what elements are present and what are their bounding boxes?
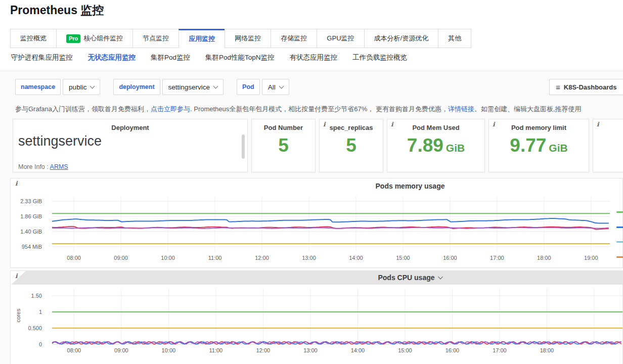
chevron-down-icon (213, 84, 218, 89)
svg-text:11:00: 11:00 (209, 347, 223, 353)
arms-link[interactable]: ARMS (50, 163, 68, 170)
tab-monitor-overview[interactable]: 监控概览 (10, 29, 57, 48)
banner-join-link[interactable]: 点击立即参与 (151, 105, 190, 113)
svg-text:10:00: 10:00 (161, 255, 175, 261)
pod-number-value: 5 (278, 135, 289, 156)
tab-network-monitor[interactable]: 网络监控 (225, 29, 271, 48)
subtab-workload-overview[interactable]: 工作负载监控概览 (352, 53, 407, 62)
deployment-filter-label[interactable]: deployment (113, 79, 160, 95)
pods-cpu-usage-chart[interactable]: 08:0009:0010:0011:0012:0013:0014:0015:00… (11, 271, 622, 364)
subtab-daemonset-app[interactable]: 守护进程集应用监控 (11, 53, 73, 62)
filter-bar: namespace public deployment settingservi… (15, 79, 289, 95)
legend-swatch-orange[interactable] (616, 256, 623, 258)
subtab-cluster-pod[interactable]: 集群Pod监控 (151, 53, 190, 62)
prometheus-dashboard-page: { "page": { "title": "Prometheus 监控" }, … (0, 0, 623, 364)
namespace-select[interactable]: public (63, 79, 100, 95)
info-icon[interactable]: i (323, 121, 326, 128)
pod-mem-used-unit: GiB (446, 142, 465, 154)
svg-text:15:00: 15:00 (396, 255, 410, 261)
info-icon[interactable]: i (597, 121, 599, 128)
toolbar-actions: ≡ K8S-Dashboards 导入( (549, 79, 623, 95)
pods-cpu-usage-title[interactable]: Pods CPU usage (378, 274, 442, 282)
info-icon[interactable]: i (391, 121, 393, 128)
spec-replicas-value: 5 (346, 135, 357, 156)
stat-card-spec-replicas: i spec_replicas 5 (319, 119, 383, 172)
tab-core-components[interactable]: Pro 核心组件监控 (56, 29, 133, 48)
svg-text:17:00: 17:00 (490, 255, 504, 261)
stat-title-pod-memory-limit: Pod memory limit (489, 124, 589, 131)
pod-select[interactable]: All (262, 79, 289, 95)
svg-text:954 MiB: 954 MiB (22, 244, 42, 250)
legend-swatch-blue[interactable] (616, 226, 623, 228)
tab-node-monitor[interactable]: 节点监控 (132, 29, 179, 48)
svg-text:14:00: 14:00 (351, 347, 365, 353)
secondary-tabs: 守护进程集应用监控 无状态应用监控 集群Pod监控 集群Pod性能TopN监控 … (11, 53, 407, 62)
svg-text:13:00: 13:00 (302, 255, 316, 261)
stat-card-pod-number: Pod Number 5 (251, 119, 316, 172)
svg-text:16:00: 16:00 (443, 255, 457, 261)
svg-text:08:00: 08:00 (67, 255, 81, 261)
legend-swatch-cyan[interactable] (616, 241, 623, 243)
primary-tabs: 监控概览 Pro 核心组件监控 节点监控 应用监控 网络监控 存储监控 GPU监… (10, 29, 471, 48)
tab-cost-analysis[interactable]: 成本分析/资源优化 (364, 29, 439, 48)
svg-text:1.86 GiB: 1.86 GiB (20, 213, 42, 219)
stat-title-spec-replicas: spec_replicas (320, 124, 383, 131)
svg-text:1.40 GiB: 1.40 GiB (20, 229, 42, 235)
svg-text:09:00: 09:00 (114, 347, 128, 353)
banner-text-2: . Prometheus全新包年包月模式，相比按量付费至少节省67%， 更有首购… (190, 105, 448, 113)
namespace-select-value: public (69, 83, 86, 91)
card-scrollbar[interactable] (242, 134, 245, 159)
panel-info-icon[interactable]: i (15, 180, 18, 187)
namespace-filter-label[interactable]: namespace (15, 79, 61, 95)
svg-text:2.33 GiB: 2.33 GiB (20, 198, 42, 204)
more-info-text: More Info : ARMS (18, 163, 68, 170)
svg-text:11:00: 11:00 (208, 255, 222, 261)
stat-cards-row: Deployment settingservice More Info : AR… (13, 119, 623, 172)
banner-details-link[interactable]: 详情链接 (448, 105, 474, 113)
tab-other[interactable]: 其他 (438, 29, 471, 48)
svg-text:0: 0 (39, 341, 42, 347)
page-title: Prometheus 监控 (10, 3, 104, 18)
banner-text-3: 。如需创建、编辑大盘面板,推荐使用 (474, 105, 582, 113)
svg-text:10:00: 10:00 (162, 347, 176, 353)
svg-text:14:00: 14:00 (349, 255, 363, 261)
promo-banner: 参与Grafana入门训练营，领取首月免费福利，点击立即参与. Promethe… (15, 105, 623, 114)
svg-text:13:00: 13:00 (303, 347, 318, 353)
panel-info-icon[interactable]: i (15, 272, 18, 280)
tab-storage-monitor[interactable]: 存储监控 (271, 29, 317, 48)
svg-text:16:00: 16:00 (446, 347, 460, 353)
more-info-label: More Info : (18, 163, 49, 170)
tab-gpu-monitor[interactable]: GPU监控 (317, 29, 364, 48)
stat-title-pod-mem-used: Pod Mem Used (387, 124, 484, 131)
subtab-stateless-app[interactable]: 无状态应用监控 (88, 53, 136, 62)
tab-app-monitor[interactable]: 应用监控 (179, 29, 225, 48)
cpu-panel-title-text: Pods CPU usage (378, 274, 434, 282)
legend-swatch-green[interactable] (616, 211, 623, 213)
pods-memory-usage-chart[interactable]: 08:0009:0010:0011:0012:0013:0014:0015:00… (11, 178, 622, 267)
svg-text:18:00: 18:00 (537, 255, 551, 261)
svg-text:18:00: 18:00 (540, 347, 554, 353)
stat-card-partial: i (593, 119, 623, 172)
pod-filter-label[interactable]: Pod (237, 79, 260, 95)
k8s-dashboards-button[interactable]: ≡ K8S-Dashboards (549, 79, 623, 95)
pods-memory-usage-title[interactable]: Pods memory usage (376, 182, 445, 190)
chevron-down-icon (279, 84, 284, 89)
svg-text:09:00: 09:00 (114, 255, 128, 261)
deployment-select-value: settingservice (168, 83, 210, 91)
svg-text:12:00: 12:00 (256, 347, 271, 353)
svg-text:0.500: 0.500 (28, 325, 42, 331)
pod-memory-limit-unit: GiB (549, 142, 567, 154)
svg-text:19:00: 19:00 (584, 255, 598, 261)
svg-text:1: 1 (39, 309, 42, 315)
subtab-stateful-app[interactable]: 有状态应用监控 (290, 53, 338, 62)
deployment-select[interactable]: settingservice (162, 79, 224, 95)
subtab-cluster-pod-topn[interactable]: 集群Pod性能TopN监控 (205, 53, 275, 62)
info-icon[interactable]: i (493, 121, 495, 128)
menu-icon: ≡ (556, 83, 560, 92)
pod-select-value: All (268, 83, 276, 91)
deployment-value: settingservice (18, 133, 247, 149)
chevron-down-icon (90, 84, 95, 89)
svg-text:12:00: 12:00 (255, 255, 269, 261)
svg-text:08:00: 08:00 (67, 347, 81, 353)
banner-text-1: 参与Grafana入门训练营，领取首月免费福利， (15, 105, 151, 113)
